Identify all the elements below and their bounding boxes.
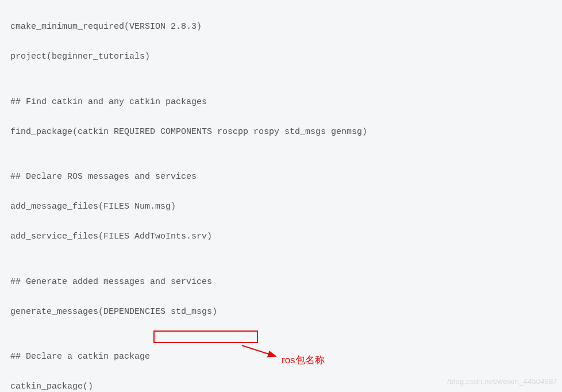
code-line: ## Declare ROS messages and services <box>10 170 552 185</box>
code-line: ## Generate added messages and services <box>10 275 552 290</box>
code-line: add_message_files(FILES Num.msg) <box>10 199 552 214</box>
code-line: add_service_files(FILES AddTwoInts.srv) <box>10 229 552 244</box>
code-line: ## Declare a catkin package <box>10 349 552 364</box>
code-line: find_package(catkin REQUIRED COMPONENTS … <box>10 125 552 140</box>
code-line: catkin_package() <box>10 379 552 392</box>
code-line: project(beginner_tutorials) <box>10 49 552 64</box>
code-line: ## Find catkin and any catkin packages <box>10 95 552 110</box>
code-line: cmake_minimum_required(VERSION 2.8.3) <box>10 20 552 34</box>
code-line: generate_messages(DEPENDENCIES std_msgs) <box>10 305 552 320</box>
cmake-code-block: cmake_minimum_required(VERSION 2.8.3) pr… <box>10 5 552 392</box>
